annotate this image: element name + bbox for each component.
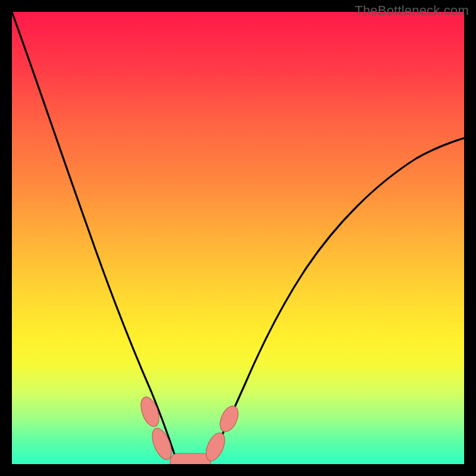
- lobe-bottom: [170, 453, 211, 464]
- watermark-text: TheBottleneck.com: [355, 3, 469, 18]
- lobes-group: [137, 394, 242, 464]
- chart-area: [12, 12, 464, 464]
- curve-group: [12, 12, 464, 462]
- bottleneck-curve-svg: [12, 12, 464, 464]
- lobe-right-upper: [217, 403, 242, 435]
- bottleneck-curve: [12, 12, 464, 462]
